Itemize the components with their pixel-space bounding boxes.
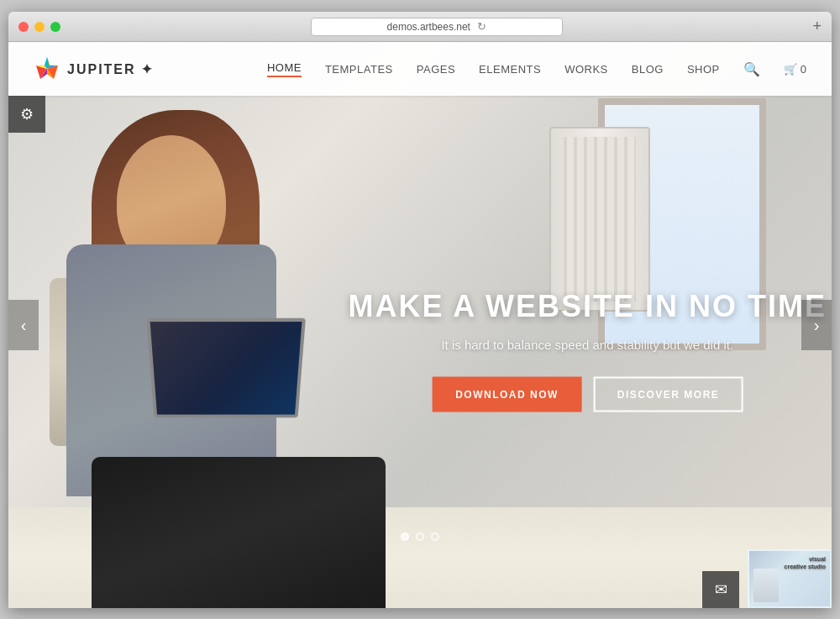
hero-section: ⚙ ‹ › MAKE A WEBSITE IN NO TIME It is ha… (8, 42, 832, 608)
site-logo[interactable]: JUPITER ✦ (34, 55, 154, 82)
hero-title: MAKE A WEBSITE IN NO TIME (349, 289, 827, 324)
nav-item-templates[interactable]: TEMPLATES (325, 63, 393, 76)
slide-dot-3[interactable] (431, 532, 439, 541)
cart-count: 0 (801, 63, 806, 76)
maximize-button[interactable] (50, 22, 60, 32)
laptop-screen (146, 318, 306, 417)
nav-item-pages[interactable]: PAGES (417, 63, 455, 76)
address-bar-container: demos.artbees.net ↻ (60, 18, 812, 36)
laptop (150, 320, 318, 429)
nav-item-shop[interactable]: SHOP (687, 63, 720, 76)
address-bar[interactable]: demos.artbees.net ↻ (311, 18, 563, 36)
chevron-left-icon: ‹ (21, 316, 27, 335)
legs (92, 457, 386, 608)
nav-item-blog[interactable]: BLOG (632, 63, 664, 76)
browser-buttons (18, 22, 60, 32)
website-content: ⚙ ‹ › MAKE A WEBSITE IN NO TIME It is ha… (8, 42, 832, 608)
radiator (549, 127, 650, 312)
new-tab-button[interactable]: + (812, 18, 822, 35)
email-icon: ✉ (715, 580, 727, 599)
chevron-right-icon: › (814, 316, 820, 335)
discover-more-button[interactable]: DISCOVER MORE (594, 377, 743, 412)
slide-prev-button[interactable]: ‹ (8, 300, 39, 350)
gear-icon: ⚙ (20, 105, 34, 123)
search-icon[interactable]: 🔍 (743, 61, 760, 77)
site-header: JUPITER ✦ HOME TEMPLATES PAGES ELEMENTS … (8, 42, 832, 96)
slide-indicators (401, 532, 439, 541)
browser-titlebar: demos.artbees.net ↻ + (8, 12, 832, 42)
slide-dot-2[interactable] (416, 532, 424, 541)
slide-dot-1[interactable] (401, 532, 409, 541)
refresh-icon[interactable]: ↻ (477, 20, 486, 33)
cart-bag-icon: 🛒 (784, 63, 797, 76)
download-now-button[interactable]: DOWNLOAD NOW (432, 377, 582, 412)
hero-subtitle: It is hard to balance speed and stabilit… (349, 338, 827, 352)
thumbnail-content: visualcreative studio (749, 551, 830, 606)
logo-text: JUPITER ✦ (67, 61, 154, 77)
close-button[interactable] (18, 22, 29, 32)
logo-star-icon (34, 55, 60, 82)
thumbnail-label: visualcreative studio (785, 555, 826, 570)
cart-icon[interactable]: 🛒 0 (784, 63, 806, 76)
email-button[interactable]: ✉ (702, 571, 739, 608)
slide-next-button[interactable]: › (801, 300, 832, 350)
hero-content: MAKE A WEBSITE IN NO TIME It is hard to … (349, 289, 827, 412)
minimize-button[interactable] (34, 22, 45, 32)
nav-item-elements[interactable]: ELEMENTS (479, 63, 541, 76)
main-navigation: HOME TEMPLATES PAGES ELEMENTS WORKS BLOG… (267, 61, 806, 77)
slide-thumbnail[interactable]: visualcreative studio (748, 549, 832, 608)
nav-item-works[interactable]: WORKS (564, 63, 608, 76)
nav-item-home[interactable]: HOME (267, 61, 302, 77)
browser-window: demos.artbees.net ↻ + (8, 12, 832, 608)
url-text: demos.artbees.net (387, 21, 470, 33)
settings-button[interactable]: ⚙ (8, 96, 45, 133)
hero-buttons: DOWNLOAD NOW DISCOVER MORE (349, 377, 827, 412)
